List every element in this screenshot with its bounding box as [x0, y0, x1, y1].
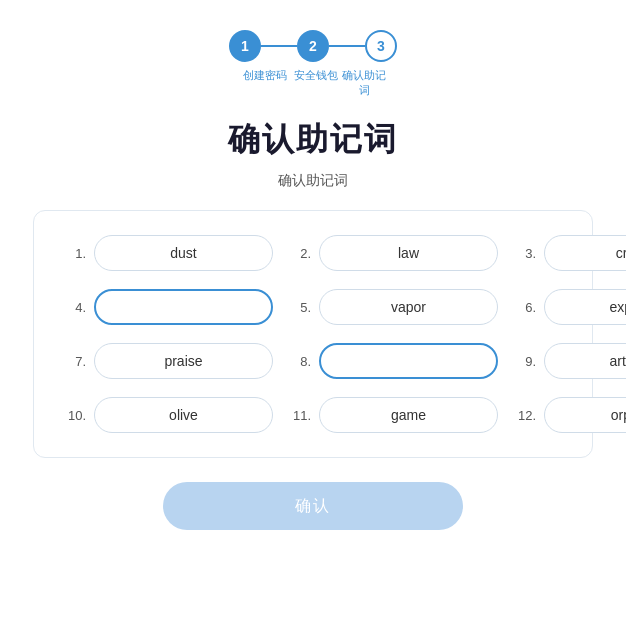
cell-input-6[interactable]	[544, 289, 626, 325]
cell-number-11: 11.	[289, 408, 311, 423]
page-container: 1 2 3 创建密码 安全钱包 确认助记词 确认助记词 确认助记词 1.2.3.…	[0, 0, 626, 621]
mnemonic-cell-7: 7.	[64, 343, 273, 379]
stepper-labels: 创建密码 安全钱包 确认助记词	[240, 68, 386, 98]
cell-number-7: 7.	[64, 354, 86, 369]
cell-number-2: 2.	[289, 246, 311, 261]
mnemonic-cell-12: 12.	[514, 397, 626, 433]
confirm-button[interactable]: 确认	[163, 482, 463, 530]
cell-input-11[interactable]	[319, 397, 498, 433]
mnemonic-cell-1: 1.	[64, 235, 273, 271]
step-label-1: 创建密码	[240, 68, 290, 98]
cell-input-8[interactable]	[319, 343, 498, 379]
step-line-2	[329, 45, 365, 47]
cell-input-9[interactable]	[544, 343, 626, 379]
cell-input-4[interactable]	[94, 289, 273, 325]
page-subtitle: 确认助记词	[278, 172, 348, 190]
step-label-3: 确认助记词	[342, 68, 386, 98]
step-3: 3	[365, 30, 397, 62]
cell-number-8: 8.	[289, 354, 311, 369]
cell-number-1: 1.	[64, 246, 86, 261]
stepper: 1 2 3 创建密码 安全钱包 确认助记词	[229, 30, 397, 98]
cell-input-5[interactable]	[319, 289, 498, 325]
cell-input-12[interactable]	[544, 397, 626, 433]
cell-number-4: 4.	[64, 300, 86, 315]
mnemonic-grid: 1.2.3.4.5.6.7.8.9.10.11.12.	[64, 235, 562, 433]
cell-number-6: 6.	[514, 300, 536, 315]
mnemonic-container: 1.2.3.4.5.6.7.8.9.10.11.12.	[33, 210, 593, 458]
stepper-circles: 1 2 3	[229, 30, 397, 62]
cell-input-7[interactable]	[94, 343, 273, 379]
mnemonic-cell-4: 4.	[64, 289, 273, 325]
mnemonic-cell-3: 3.	[514, 235, 626, 271]
cell-input-10[interactable]	[94, 397, 273, 433]
mnemonic-cell-11: 11.	[289, 397, 498, 433]
cell-number-5: 5.	[289, 300, 311, 315]
mnemonic-cell-10: 10.	[64, 397, 273, 433]
mnemonic-cell-6: 6.	[514, 289, 626, 325]
mnemonic-cell-8: 8.	[289, 343, 498, 379]
cell-number-3: 3.	[514, 246, 536, 261]
cell-input-2[interactable]	[319, 235, 498, 271]
mnemonic-cell-9: 9.	[514, 343, 626, 379]
cell-input-1[interactable]	[94, 235, 273, 271]
step-1: 1	[229, 30, 261, 62]
page-title: 确认助记词	[228, 118, 398, 162]
mnemonic-cell-5: 5.	[289, 289, 498, 325]
cell-number-10: 10.	[64, 408, 86, 423]
step-label-2: 安全钱包	[294, 68, 338, 98]
mnemonic-cell-2: 2.	[289, 235, 498, 271]
step-2: 2	[297, 30, 329, 62]
cell-number-9: 9.	[514, 354, 536, 369]
step-line-1	[261, 45, 297, 47]
cell-input-3[interactable]	[544, 235, 626, 271]
cell-number-12: 12.	[514, 408, 536, 423]
